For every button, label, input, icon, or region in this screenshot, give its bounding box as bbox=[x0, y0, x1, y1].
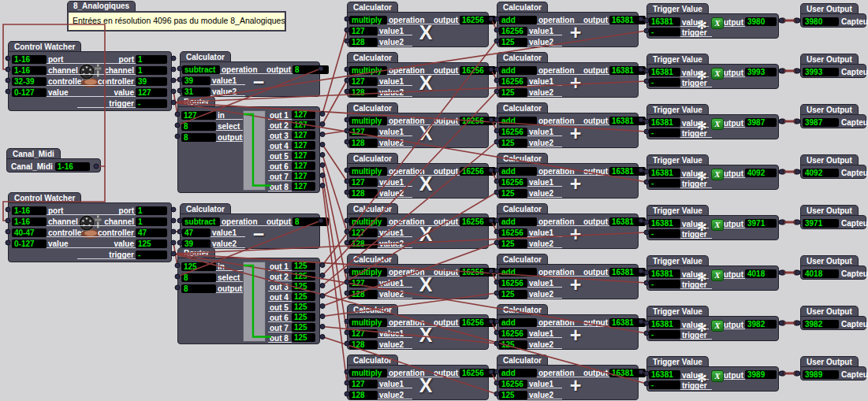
operation-field[interactable]: multiply bbox=[349, 66, 387, 75]
out-field[interactable]: 127 bbox=[292, 141, 315, 150]
port[interactable] bbox=[639, 369, 643, 374]
module-tab[interactable]: Trigger Value bbox=[646, 54, 709, 65]
module-tab[interactable]: User Output bbox=[800, 54, 859, 65]
port[interactable] bbox=[494, 381, 499, 385]
value2-field[interactable]: 125 bbox=[499, 391, 527, 399]
port[interactable] bbox=[779, 69, 784, 73]
value2-field[interactable]: 128 bbox=[349, 340, 378, 349]
value1-field[interactable]: 16256 bbox=[499, 27, 527, 35]
port[interactable] bbox=[171, 251, 176, 256]
value-output-field[interactable]: 127 bbox=[136, 88, 167, 97]
port[interactable] bbox=[345, 67, 349, 72]
port[interactable] bbox=[94, 164, 99, 169]
port[interactable] bbox=[6, 78, 10, 83]
port[interactable] bbox=[489, 369, 494, 374]
port[interactable] bbox=[177, 218, 182, 223]
module-tab[interactable]: Trigger Value bbox=[646, 205, 709, 216]
controller-range-field[interactable]: 32-39 bbox=[12, 77, 47, 86]
port[interactable] bbox=[644, 270, 649, 275]
port[interactable] bbox=[320, 122, 325, 127]
value1-field[interactable]: 16256 bbox=[499, 228, 527, 237]
value2-field[interactable]: 128 bbox=[349, 38, 378, 46]
port[interactable] bbox=[171, 218, 176, 223]
value2-field[interactable]: 128 bbox=[349, 239, 378, 248]
port-range-field[interactable]: 1-16 bbox=[12, 55, 47, 64]
port[interactable] bbox=[494, 190, 499, 195]
router-select-field[interactable]: 8 bbox=[181, 122, 216, 131]
user-output-field[interactable]: 3987 bbox=[803, 118, 839, 127]
port-output-field[interactable]: 1 bbox=[136, 55, 167, 64]
port[interactable] bbox=[345, 179, 349, 184]
port[interactable] bbox=[320, 184, 325, 188]
port[interactable] bbox=[489, 117, 494, 122]
controller-output-field[interactable]: 47 bbox=[136, 228, 167, 237]
port[interactable] bbox=[644, 220, 649, 225]
value-range-field[interactable]: 0-127 bbox=[12, 88, 47, 97]
user-output-field[interactable]: 3982 bbox=[803, 320, 839, 329]
port[interactable] bbox=[345, 78, 349, 83]
port[interactable] bbox=[494, 240, 499, 245]
out-field[interactable]: 125 bbox=[292, 282, 315, 291]
port[interactable] bbox=[175, 285, 180, 290]
value-field[interactable]: 16381 bbox=[649, 118, 680, 127]
port[interactable] bbox=[177, 88, 182, 93]
port[interactable] bbox=[494, 269, 499, 273]
port[interactable] bbox=[345, 128, 349, 133]
port[interactable] bbox=[320, 163, 325, 168]
value-range-field[interactable]: 0-127 bbox=[12, 239, 47, 248]
port[interactable] bbox=[779, 270, 784, 275]
trigger-field[interactable]: - bbox=[649, 28, 680, 36]
port[interactable] bbox=[177, 240, 182, 245]
port[interactable] bbox=[320, 273, 325, 278]
module-tab[interactable]: Trigger Value bbox=[646, 3, 709, 14]
value1-field[interactable]: 16256 bbox=[499, 279, 527, 288]
value2-field[interactable]: 128 bbox=[349, 189, 378, 198]
module-tab[interactable]: Trigger Value bbox=[646, 356, 709, 367]
port[interactable] bbox=[494, 218, 499, 223]
port[interactable] bbox=[175, 112, 180, 117]
port[interactable] bbox=[644, 381, 649, 386]
value1-field[interactable]: 127 bbox=[349, 77, 378, 86]
port[interactable] bbox=[345, 330, 349, 335]
module-tab[interactable]: Calculator bbox=[347, 2, 398, 13]
trigger-field[interactable]: - bbox=[649, 330, 680, 339]
port[interactable] bbox=[779, 169, 784, 174]
port[interactable] bbox=[494, 39, 499, 43]
operation-field[interactable]: multiply bbox=[349, 16, 387, 24]
output-field[interactable]: 3980 bbox=[745, 17, 777, 26]
port[interactable] bbox=[489, 269, 494, 273]
value2-field[interactable]: 125 bbox=[499, 239, 527, 248]
value1-field[interactable]: 127 bbox=[349, 128, 378, 136]
operation-field[interactable]: multiply bbox=[349, 318, 387, 327]
value-field[interactable]: 16381 bbox=[649, 17, 680, 26]
port[interactable] bbox=[320, 143, 325, 147]
operation-field[interactable]: add bbox=[499, 268, 537, 277]
out-field[interactable]: 127 bbox=[292, 172, 315, 180]
port[interactable] bbox=[639, 218, 643, 223]
port[interactable] bbox=[345, 39, 349, 43]
module-tab[interactable]: Router bbox=[177, 96, 215, 107]
output-field[interactable]: 4018 bbox=[745, 269, 777, 278]
port[interactable] bbox=[639, 17, 643, 21]
port[interactable] bbox=[320, 294, 325, 299]
operation-field[interactable]: multiply bbox=[349, 369, 387, 377]
port[interactable] bbox=[175, 274, 180, 279]
value1-field[interactable]: 47 bbox=[182, 228, 210, 237]
module-tab[interactable]: Calculator bbox=[497, 2, 548, 13]
port[interactable] bbox=[644, 371, 649, 376]
controller-output-field[interactable]: 39 bbox=[136, 77, 167, 86]
port[interactable] bbox=[494, 229, 499, 234]
module-tab[interactable]: User Output bbox=[800, 3, 859, 14]
trigger-field[interactable]: - bbox=[649, 381, 680, 389]
operation-field[interactable]: add bbox=[499, 66, 537, 75]
channel-output-field[interactable]: 1 bbox=[136, 217, 167, 226]
port[interactable] bbox=[494, 168, 499, 173]
value2-field[interactable]: 39 bbox=[182, 239, 210, 248]
port[interactable] bbox=[345, 28, 349, 32]
router-outputs-field[interactable]: 8 bbox=[181, 284, 216, 293]
module-tab[interactable]: User Output bbox=[800, 154, 859, 165]
port[interactable] bbox=[644, 230, 649, 235]
value2-field[interactable]: 125 bbox=[499, 290, 527, 299]
port[interactable] bbox=[494, 28, 499, 32]
output-field[interactable]: 3989 bbox=[745, 370, 777, 379]
